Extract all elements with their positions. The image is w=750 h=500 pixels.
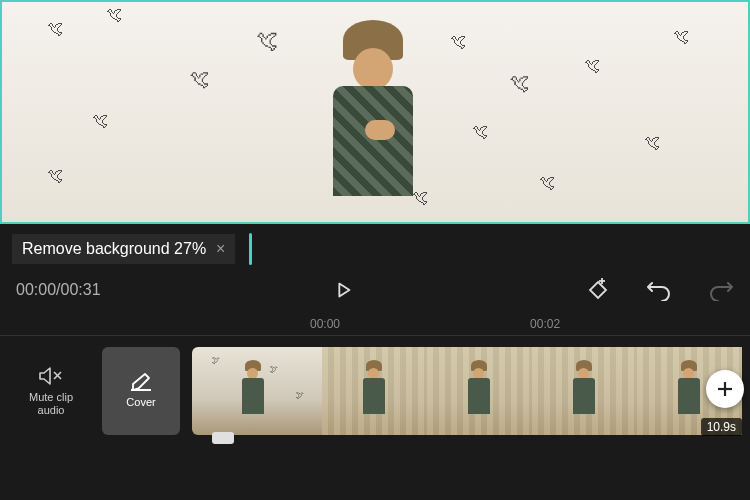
bird-decoration: 🕊 [47, 20, 63, 38]
clip-duration-badge: 10.9s [701, 418, 742, 436]
redo-icon [708, 279, 734, 301]
bird-decoration: 🕊 [673, 28, 689, 46]
time-current: 00:00 [16, 281, 56, 298]
clip-track[interactable]: 🕊 🕊 🕊 [192, 347, 750, 435]
status-row: Remove background 27% × [0, 224, 750, 274]
clip-thumbnail[interactable]: 🕊 🕊 🕊 [192, 347, 322, 435]
cover-button[interactable]: Cover [102, 347, 180, 435]
undo-icon [646, 279, 672, 301]
mute-clip-button[interactable]: Mute clip audio [12, 347, 90, 435]
ruler-tick: 00:00 [310, 317, 340, 331]
bird-decoration: 🕊 [450, 33, 466, 51]
time-total: 00:31 [61, 281, 101, 298]
redo-button[interactable] [708, 279, 734, 301]
status-text: Remove background 27% [22, 240, 206, 258]
bird-decoration: 🕊 [584, 57, 600, 75]
play-icon [332, 279, 354, 301]
playhead-marker[interactable] [249, 233, 252, 265]
bird-decoration: 🕊 [47, 167, 63, 185]
cover-edit-icon [129, 372, 153, 392]
cover-label: Cover [126, 396, 155, 409]
timeline: Mute clip audio Cover 🕊 🕊 🕊 [0, 336, 750, 446]
play-button[interactable] [332, 279, 354, 301]
transport-bar: 00:00/00:31 [0, 274, 750, 312]
video-preview[interactable]: 🕊 🕊 🕊 🕊 🕊 🕊 🕊 🕊 🕊 🕊 🕊 🕊 🕊 🕊 [0, 0, 750, 224]
keyframe-icon [586, 278, 610, 302]
timeline-ruler[interactable]: 00:00 00:02 [0, 312, 750, 336]
bird-decoration: 🕊 [92, 112, 108, 130]
timecode-display: 00:00/00:31 [16, 281, 101, 299]
add-clip-button[interactable] [706, 370, 744, 408]
undo-button[interactable] [646, 279, 672, 301]
bird-decoration: 🕊 [539, 174, 555, 192]
plus-icon [716, 380, 734, 398]
clip-thumbnail[interactable] [322, 347, 427, 435]
bird-decoration: 🕊 [472, 123, 488, 141]
mute-icon [38, 365, 64, 387]
bird-decoration: 🕊 [106, 6, 122, 24]
mute-label: Mute clip audio [29, 391, 73, 417]
processing-status: Remove background 27% × [12, 234, 235, 264]
track-handle[interactable] [212, 432, 234, 444]
close-icon[interactable]: × [216, 240, 225, 258]
bird-decoration: 🕊 [644, 134, 660, 152]
bird-decoration: 🕊 [509, 72, 529, 95]
ruler-tick: 00:02 [530, 317, 560, 331]
clip-thumbnail[interactable] [532, 347, 637, 435]
bird-decoration: 🕊 [256, 28, 278, 54]
clip-thumbnail[interactable] [427, 347, 532, 435]
keyframe-button[interactable] [586, 278, 610, 302]
subject-person [315, 20, 435, 220]
bird-decoration: 🕊 [189, 68, 209, 91]
